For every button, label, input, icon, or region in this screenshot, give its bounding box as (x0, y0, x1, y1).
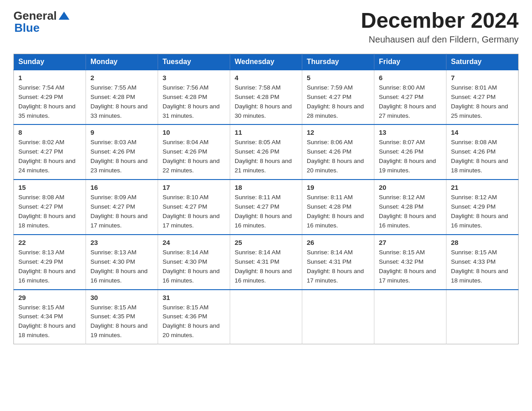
day-info: Sunrise: 8:13 AMSunset: 4:30 PMDaylight:… (90, 248, 153, 286)
day-info: Sunrise: 8:13 AMSunset: 4:29 PMDaylight:… (18, 248, 81, 286)
day-number: 8 (18, 128, 81, 136)
day-info: Sunrise: 8:15 AMSunset: 4:36 PMDaylight:… (163, 303, 225, 341)
day-number: 15 (18, 184, 81, 191)
day-number: 23 (90, 239, 153, 246)
col-monday: Monday (86, 54, 158, 70)
day-info: Sunrise: 7:58 AMSunset: 4:28 PMDaylight:… (235, 83, 297, 121)
day-info: Sunrise: 8:08 AMSunset: 4:26 PMDaylight:… (451, 138, 514, 176)
day-info: Sunrise: 7:59 AMSunset: 4:27 PMDaylight:… (307, 83, 369, 121)
day-info: Sunrise: 8:15 AMSunset: 4:32 PMDaylight:… (379, 248, 442, 286)
table-row: 27Sunrise: 8:15 AMSunset: 4:32 PMDayligh… (374, 235, 446, 290)
day-info: Sunrise: 8:14 AMSunset: 4:31 PMDaylight:… (307, 248, 369, 286)
day-number: 7 (451, 74, 514, 81)
page-header: General Blue December 2024 Neuhausen auf… (13, 9, 519, 45)
table-row: 28Sunrise: 8:15 AMSunset: 4:33 PMDayligh… (446, 235, 519, 290)
day-number: 3 (163, 74, 225, 81)
day-number: 31 (163, 294, 225, 301)
table-row: 8Sunrise: 8:02 AMSunset: 4:27 PMDaylight… (14, 124, 86, 180)
day-info: Sunrise: 7:55 AMSunset: 4:28 PMDaylight:… (90, 83, 153, 121)
table-row: 30Sunrise: 8:15 AMSunset: 4:35 PMDayligh… (86, 290, 158, 344)
day-number: 20 (379, 184, 442, 191)
month-title: December 2024 (361, 9, 519, 33)
day-info: Sunrise: 8:12 AMSunset: 4:29 PMDaylight:… (451, 193, 514, 231)
day-info: Sunrise: 8:01 AMSunset: 4:27 PMDaylight:… (451, 83, 514, 121)
table-row: 16Sunrise: 8:09 AMSunset: 4:27 PMDayligh… (86, 180, 158, 235)
table-row: 1Sunrise: 7:54 AMSunset: 4:29 PMDaylight… (14, 70, 86, 125)
col-saturday: Saturday (446, 54, 519, 70)
day-number: 1 (18, 74, 81, 81)
table-row: 13Sunrise: 8:07 AMSunset: 4:26 PMDayligh… (374, 124, 446, 180)
day-info: Sunrise: 8:15 AMSunset: 4:33 PMDaylight:… (451, 248, 514, 286)
location-text: Neuhausen auf den Fildern, Germany (361, 34, 519, 45)
col-thursday: Thursday (302, 54, 374, 70)
day-info: Sunrise: 8:03 AMSunset: 4:26 PMDaylight:… (90, 138, 153, 176)
col-tuesday: Tuesday (158, 54, 230, 70)
day-number: 6 (379, 74, 442, 81)
table-row: 20Sunrise: 8:12 AMSunset: 4:28 PMDayligh… (374, 180, 446, 235)
table-row: 6Sunrise: 8:00 AMSunset: 4:27 PMDaylight… (374, 70, 446, 125)
table-row: 23Sunrise: 8:13 AMSunset: 4:30 PMDayligh… (86, 235, 158, 290)
day-info: Sunrise: 8:15 AMSunset: 4:34 PMDaylight:… (18, 303, 81, 341)
table-row: 15Sunrise: 8:08 AMSunset: 4:27 PMDayligh… (14, 180, 86, 235)
table-row: 7Sunrise: 8:01 AMSunset: 4:27 PMDaylight… (446, 70, 519, 125)
col-friday: Friday (374, 54, 446, 70)
day-number: 21 (451, 184, 514, 191)
table-row: 9Sunrise: 8:03 AMSunset: 4:26 PMDaylight… (86, 124, 158, 180)
table-row: 2Sunrise: 7:55 AMSunset: 4:28 PMDaylight… (86, 70, 158, 125)
table-row: 19Sunrise: 8:11 AMSunset: 4:28 PMDayligh… (302, 180, 374, 235)
day-info: Sunrise: 8:10 AMSunset: 4:27 PMDaylight:… (163, 193, 225, 231)
calendar-week-row: 8Sunrise: 8:02 AMSunset: 4:27 PMDaylight… (14, 124, 519, 180)
day-info: Sunrise: 7:56 AMSunset: 4:28 PMDaylight:… (163, 83, 225, 121)
calendar-week-row: 22Sunrise: 8:13 AMSunset: 4:29 PMDayligh… (14, 235, 519, 290)
day-info: Sunrise: 8:14 AMSunset: 4:31 PMDaylight:… (235, 248, 297, 286)
day-number: 17 (163, 184, 225, 191)
table-row: 17Sunrise: 8:10 AMSunset: 4:27 PMDayligh… (158, 180, 230, 235)
logo: General Blue (13, 9, 70, 35)
table-row: 3Sunrise: 7:56 AMSunset: 4:28 PMDaylight… (158, 70, 230, 125)
day-info: Sunrise: 8:12 AMSunset: 4:28 PMDaylight:… (379, 193, 442, 231)
day-number: 14 (451, 128, 514, 136)
table-row: 24Sunrise: 8:14 AMSunset: 4:30 PMDayligh… (158, 235, 230, 290)
day-info: Sunrise: 8:11 AMSunset: 4:28 PMDaylight:… (307, 193, 369, 231)
day-number: 2 (90, 74, 153, 81)
calendar-week-row: 29Sunrise: 8:15 AMSunset: 4:34 PMDayligh… (14, 290, 519, 344)
day-number: 27 (379, 239, 442, 246)
table-row: 31Sunrise: 8:15 AMSunset: 4:36 PMDayligh… (158, 290, 230, 344)
day-info: Sunrise: 8:05 AMSunset: 4:26 PMDaylight:… (235, 138, 297, 176)
table-row: 11Sunrise: 8:05 AMSunset: 4:26 PMDayligh… (230, 124, 302, 180)
day-info: Sunrise: 8:06 AMSunset: 4:26 PMDaylight:… (307, 138, 369, 176)
table-row: 25Sunrise: 8:14 AMSunset: 4:31 PMDayligh… (230, 235, 302, 290)
table-row: 21Sunrise: 8:12 AMSunset: 4:29 PMDayligh… (446, 180, 519, 235)
logo-icon (58, 10, 70, 22)
table-row: 10Sunrise: 8:04 AMSunset: 4:26 PMDayligh… (158, 124, 230, 180)
col-wednesday: Wednesday (230, 54, 302, 70)
day-info: Sunrise: 8:11 AMSunset: 4:27 PMDaylight:… (235, 193, 297, 231)
table-row: 29Sunrise: 8:15 AMSunset: 4:34 PMDayligh… (14, 290, 86, 344)
calendar-header-row: Sunday Monday Tuesday Wednesday Thursday… (14, 54, 519, 70)
table-row: 18Sunrise: 8:11 AMSunset: 4:27 PMDayligh… (230, 180, 302, 235)
day-number: 5 (307, 74, 369, 81)
table-row (374, 290, 446, 344)
calendar-table: Sunday Monday Tuesday Wednesday Thursday… (13, 54, 519, 344)
calendar-week-row: 15Sunrise: 8:08 AMSunset: 4:27 PMDayligh… (14, 180, 519, 235)
day-number: 9 (90, 128, 153, 136)
day-info: Sunrise: 8:08 AMSunset: 4:27 PMDaylight:… (18, 193, 81, 231)
table-row: 22Sunrise: 8:13 AMSunset: 4:29 PMDayligh… (14, 235, 86, 290)
day-info: Sunrise: 8:00 AMSunset: 4:27 PMDaylight:… (379, 83, 442, 121)
day-number: 24 (163, 239, 225, 246)
table-row: 4Sunrise: 7:58 AMSunset: 4:28 PMDaylight… (230, 70, 302, 125)
day-info: Sunrise: 8:04 AMSunset: 4:26 PMDaylight:… (163, 138, 225, 176)
table-row (230, 290, 302, 344)
day-number: 12 (307, 128, 369, 136)
day-number: 25 (235, 239, 297, 246)
day-info: Sunrise: 8:09 AMSunset: 4:27 PMDaylight:… (90, 193, 153, 231)
table-row (446, 290, 519, 344)
day-info: Sunrise: 8:02 AMSunset: 4:27 PMDaylight:… (18, 138, 81, 176)
day-number: 29 (18, 294, 81, 301)
day-number: 13 (379, 128, 442, 136)
table-row: 26Sunrise: 8:14 AMSunset: 4:31 PMDayligh… (302, 235, 374, 290)
table-row: 14Sunrise: 8:08 AMSunset: 4:26 PMDayligh… (446, 124, 519, 180)
table-row (302, 290, 374, 344)
day-info: Sunrise: 7:54 AMSunset: 4:29 PMDaylight:… (18, 83, 81, 121)
day-number: 22 (18, 239, 81, 246)
